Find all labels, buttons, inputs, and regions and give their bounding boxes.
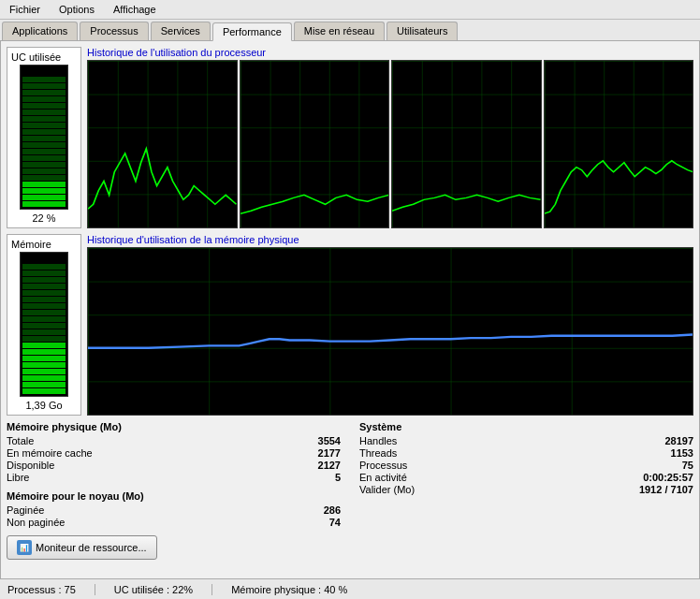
kernel-title: Mémoire pour le noyau (Mo) xyxy=(7,490,341,502)
memory-gauge-panel: Mémoire xyxy=(7,234,81,416)
cpu-graph-1 xyxy=(87,60,238,228)
memory-graph xyxy=(87,247,693,416)
threads-row: Threads 1153 xyxy=(359,447,693,459)
handles-value: 28197 xyxy=(664,435,693,446)
tab-utilisateurs[interactable]: Utilisateurs xyxy=(386,22,458,40)
cpu-history-section: Historique de l'utilisation du processeu… xyxy=(87,47,693,228)
cpu-section: UC utilisée xyxy=(7,47,693,228)
handles-row: Handles 28197 xyxy=(359,435,693,446)
monitor-icon: 📊 xyxy=(17,540,32,555)
menu-options[interactable]: Options xyxy=(53,2,100,17)
menu-fichier[interactable]: Fichier xyxy=(4,2,46,17)
available-row: Disponible 2127 xyxy=(7,460,341,471)
cache-row: En mémoire cache 2177 xyxy=(7,447,341,459)
available-label: Disponible xyxy=(7,460,54,471)
system-stats-col: Système Handles 28197 Threads 1153 Proce… xyxy=(359,421,693,560)
status-cpu: UC utilisée : 22% xyxy=(114,584,212,595)
threads-value: 1153 xyxy=(671,447,693,459)
cpu-gauge-panel: UC utilisée xyxy=(7,47,81,228)
available-value: 2127 xyxy=(318,460,341,471)
menu-affichage[interactable]: Affichage xyxy=(108,2,162,17)
status-memory: Mémoire physique : 40 % xyxy=(231,584,366,595)
main-content: UC utilisée xyxy=(0,41,700,584)
memory-gauge-label: Mémoire xyxy=(11,239,51,250)
processes-row: Processus 75 xyxy=(359,460,693,471)
tab-services[interactable]: Services xyxy=(151,22,211,40)
paged-label: Paginée xyxy=(7,504,44,516)
cpu-gauge-value: 22 % xyxy=(32,212,55,224)
status-processes: Processus : 75 xyxy=(7,584,95,595)
tab-bar: Applications Processus Services Performa… xyxy=(0,20,700,41)
validate-row: Valider (Mo) 1912 / 7107 xyxy=(359,484,693,495)
nonpaged-row: Non paginée 74 xyxy=(7,517,341,528)
free-value: 5 xyxy=(335,472,341,483)
memory-section: Mémoire xyxy=(7,234,693,416)
threads-label: Threads xyxy=(359,447,397,459)
memory-gauge-bar xyxy=(20,252,68,397)
tab-applications[interactable]: Applications xyxy=(2,22,78,40)
cpu-graphs xyxy=(87,60,693,228)
cache-value: 2177 xyxy=(318,447,341,459)
cpu-gauge-label: UC utilisée xyxy=(11,51,61,63)
nonpaged-label: Non paginée xyxy=(7,517,65,528)
cpu-gauge-bar xyxy=(20,65,68,210)
total-value: 3554 xyxy=(318,435,341,446)
free-row: Libre 5 xyxy=(7,472,341,483)
memory-history-title: Historique d'utilisation de la mémoire p… xyxy=(87,234,693,245)
stats-section: Mémoire physique (Mo) Totale 3554 En mém… xyxy=(7,421,693,560)
processes-label: Processus xyxy=(359,460,407,471)
uptime-value: 0:00:25:57 xyxy=(643,472,693,483)
handles-label: Handles xyxy=(359,435,397,446)
monitor-button-label: Moniteur de ressource... xyxy=(36,542,147,553)
free-label: Libre xyxy=(7,472,29,483)
tab-performance[interactable]: Performance xyxy=(212,22,292,41)
total-row: Totale 3554 xyxy=(7,435,341,446)
cpu-graph-3 xyxy=(391,60,542,228)
kernel-section: Mémoire pour le noyau (Mo) Paginée 286 N… xyxy=(7,490,341,528)
cpu-history-title: Historique de l'utilisation du processeu… xyxy=(87,47,693,58)
tab-processus[interactable]: Processus xyxy=(80,22,148,40)
nonpaged-value: 74 xyxy=(329,517,341,528)
memory-gauge-value: 1,39 Go xyxy=(25,400,62,411)
processes-value: 75 xyxy=(682,460,693,471)
total-label: Totale xyxy=(7,435,34,446)
physical-memory-title: Mémoire physique (Mo) xyxy=(7,421,341,432)
validate-value: 1912 / 7107 xyxy=(639,484,693,495)
paged-row: Paginée 286 xyxy=(7,504,341,516)
cpu-graph-2 xyxy=(240,60,390,228)
cpu-graph-4 xyxy=(544,60,694,228)
validate-label: Valider (Mo) xyxy=(359,484,415,495)
paged-value: 286 xyxy=(324,504,341,516)
menu-bar: Fichier Options Affichage xyxy=(0,0,700,20)
memory-history-section: Historique d'utilisation de la mémoire p… xyxy=(87,234,693,416)
uptime-row: En activité 0:00:25:57 xyxy=(359,472,693,483)
uptime-label: En activité xyxy=(359,472,407,483)
cache-label: En mémoire cache xyxy=(7,447,93,459)
tab-mise-en-reseau[interactable]: Mise en réseau xyxy=(294,22,385,40)
monitor-button[interactable]: 📊 Moniteur de ressource... xyxy=(7,535,157,560)
memory-stats-col: Mémoire physique (Mo) Totale 3554 En mém… xyxy=(7,421,341,560)
status-bar: Processus : 75 UC utilisée : 22% Mémoire… xyxy=(0,578,700,599)
system-title: Système xyxy=(359,421,693,432)
